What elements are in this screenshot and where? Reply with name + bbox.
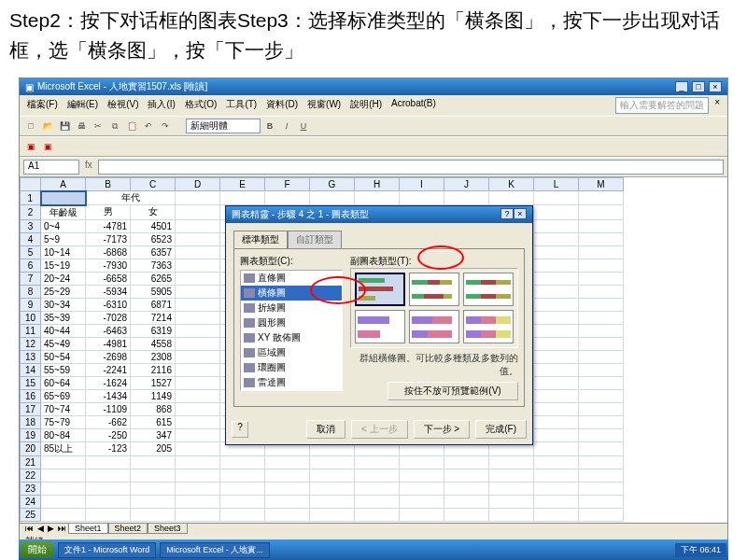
tab-nav-last[interactable]: ⏭ <box>56 524 68 534</box>
next-button[interactable]: 下一步 > <box>414 420 471 439</box>
underline-icon[interactable]: U <box>296 119 311 133</box>
row-header[interactable]: 18 <box>21 415 41 428</box>
menu-edit[interactable]: 編輯(E) <box>63 97 102 114</box>
chart-type-item[interactable]: 環圈圖 <box>241 360 342 375</box>
row-header[interactable]: 12 <box>21 337 41 350</box>
col-header[interactable]: M <box>579 178 624 191</box>
chart-type-item[interactable]: 直條圖 <box>241 271 342 286</box>
row-header[interactable]: 16 <box>21 389 41 402</box>
row-header[interactable]: 19 <box>21 428 41 441</box>
name-box[interactable]: A1 <box>23 160 79 175</box>
row-header[interactable]: 4 <box>21 232 41 245</box>
menu-acrobat[interactable]: Acrobat(B) <box>388 97 440 114</box>
chart-type-item[interactable]: 區域圖 <box>241 345 342 360</box>
subtype-3[interactable] <box>463 273 514 306</box>
minimize-button[interactable]: _ <box>675 81 688 92</box>
menu-insert[interactable]: 插入(I) <box>144 97 178 114</box>
row-header[interactable]: 14 <box>21 363 41 376</box>
menu-file[interactable]: 檔案(F) <box>23 97 62 114</box>
sheet-tab-3[interactable]: Sheet3 <box>148 524 188 534</box>
copy-icon[interactable]: ⧉ <box>107 119 122 133</box>
menu-tools[interactable]: 工具(T) <box>222 97 261 114</box>
tab-nav-next[interactable]: ▶ <box>46 524 56 534</box>
row-header[interactable]: 11 <box>21 324 41 337</box>
chart-type-item[interactable]: 橫條圖 <box>241 286 342 301</box>
print-icon[interactable]: 🖶 <box>74 119 89 133</box>
dialog-help-button[interactable]: ? <box>500 208 514 219</box>
subtype-6[interactable] <box>463 310 514 343</box>
row-header[interactable]: 9 <box>21 298 41 311</box>
subtype-5[interactable] <box>409 310 459 343</box>
maximize-button[interactable]: □ <box>692 81 705 92</box>
col-header[interactable]: B <box>86 178 131 191</box>
row-header[interactable]: 15 <box>21 376 41 389</box>
menu-view[interactable]: 檢視(V) <box>104 97 142 114</box>
font-name[interactable]: 新細明體 <box>186 119 261 133</box>
undo-icon[interactable]: ↶ <box>141 119 156 133</box>
new-icon[interactable]: □ <box>23 119 38 133</box>
tab-standard[interactable]: 標準類型 <box>233 231 288 248</box>
menu-format[interactable]: 格式(O) <box>181 97 220 114</box>
tab-nav-prev[interactable]: ◀ <box>35 524 46 534</box>
row-header[interactable]: 13 <box>21 350 41 363</box>
col-header[interactable]: F <box>265 178 310 191</box>
row-header[interactable]: 7 <box>21 272 41 285</box>
worksheet[interactable]: ABCDEFGHIJKLM1年代2年齡級男女30~4-4781450145~9-… <box>20 177 727 523</box>
row-header[interactable]: 21 <box>21 455 41 469</box>
row-header[interactable]: 10 <box>21 311 41 324</box>
col-header[interactable]: D <box>176 178 220 191</box>
row-header[interactable]: 20 <box>21 441 41 455</box>
row-header[interactable]: 3 <box>21 219 41 232</box>
cancel-button[interactable]: 取消 <box>306 420 345 439</box>
close-button[interactable]: × <box>709 81 722 92</box>
row-header[interactable]: 2 <box>21 205 41 220</box>
help-search-input[interactable]: 輸入需要解答的問題 <box>615 97 709 114</box>
row-header[interactable]: 25 <box>21 508 41 521</box>
tab-custom[interactable]: 自訂類型 <box>288 231 342 248</box>
col-header[interactable]: G <box>310 178 355 191</box>
chart-type-list[interactable]: 直條圖橫條圖折線圖圓形圖XY 散佈圖區域圖環圈圖雷達圖曲面圖泡泡圖 <box>240 270 343 391</box>
finish-button[interactable]: 完成(F) <box>475 420 527 439</box>
col-header[interactable]: K <box>489 178 534 191</box>
fx-icon[interactable]: fx <box>81 160 96 175</box>
row-header[interactable]: 24 <box>21 495 41 508</box>
sheet-tab-1[interactable]: Sheet1 <box>68 524 108 534</box>
dialog-help-icon[interactable]: ? <box>232 421 248 438</box>
pdf-icon[interactable]: ▣ <box>23 139 38 154</box>
italic-icon[interactable]: I <box>279 119 294 133</box>
start-button[interactable]: 開始 <box>21 541 54 558</box>
col-header[interactable]: E <box>220 178 265 191</box>
row-header[interactable]: 5 <box>21 245 41 259</box>
col-header[interactable]: L <box>534 178 579 191</box>
row-header[interactable]: 22 <box>21 469 41 482</box>
taskbar-excel[interactable]: Microsoft Excel - 人地實... <box>160 542 270 558</box>
redo-icon[interactable]: ↷ <box>158 119 173 133</box>
row-header[interactable]: 8 <box>21 285 41 298</box>
chart-type-item[interactable]: 折線圖 <box>241 301 342 315</box>
col-header[interactable]: I <box>400 178 444 191</box>
row-header[interactable]: 6 <box>21 259 41 272</box>
col-header[interactable]: J <box>444 178 489 191</box>
preview-button[interactable]: 按住不放可預覽範例(V) <box>388 382 518 400</box>
paste-icon[interactable]: 📋 <box>124 119 139 133</box>
bold-icon[interactable]: B <box>262 119 277 133</box>
sheet-tab-2[interactable]: Sheet2 <box>108 524 148 534</box>
col-header[interactable]: C <box>131 178 176 191</box>
doc-close-button[interactable]: × <box>711 97 724 114</box>
chart-type-item[interactable]: 雷達圖 <box>241 375 342 390</box>
row-header[interactable]: 1 <box>21 191 41 205</box>
save-icon[interactable]: 💾 <box>57 119 72 133</box>
chart-type-item[interactable]: 圓形圖 <box>241 315 342 330</box>
pdf2-icon[interactable]: ▣ <box>40 139 55 154</box>
menu-help[interactable]: 說明(H) <box>346 97 386 114</box>
formula-input[interactable] <box>98 160 724 175</box>
menu-window[interactable]: 視窗(W) <box>303 97 345 114</box>
row-header[interactable]: 17 <box>21 402 41 415</box>
subtype-4[interactable] <box>355 310 405 343</box>
tab-nav-first[interactable]: ⏮ <box>23 524 35 534</box>
col-header[interactable]: A <box>41 178 86 191</box>
subtype-1[interactable] <box>355 273 405 306</box>
subtype-2[interactable] <box>409 273 459 306</box>
taskbar-word[interactable]: 文件1 - Microsoft Word <box>58 542 156 558</box>
col-header[interactable]: H <box>355 178 400 191</box>
